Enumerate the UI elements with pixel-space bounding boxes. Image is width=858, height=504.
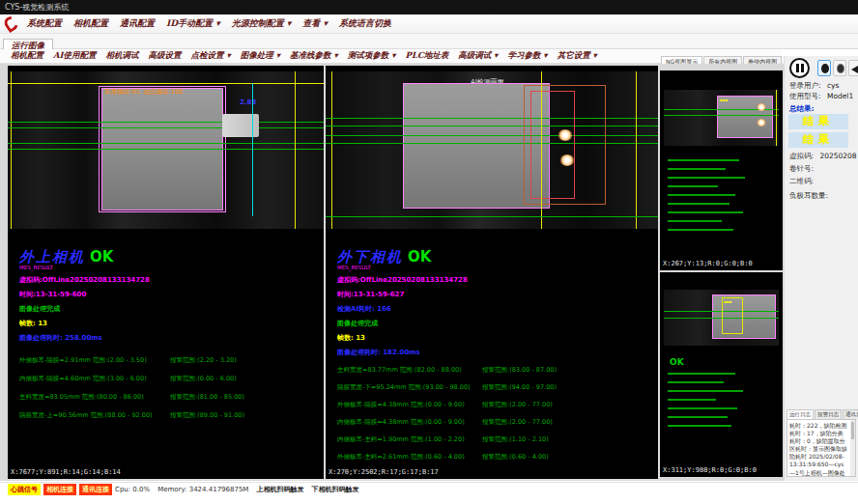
model-value[interactable]: Model1 <box>827 92 853 100</box>
camera-status: OK <box>408 248 431 266</box>
toolbar-item[interactable]: 学习参数 ▾ <box>502 49 552 63</box>
announce-button[interactable] <box>848 60 858 76</box>
ng-top-image[interactable]: ▪▪▪ <box>664 90 779 146</box>
measurement-row: 外侧极耳-隔膜=4.38mm 范围:(0.00 - 9.00) 报警范围:(2.… <box>337 401 637 409</box>
alarm-range: 报警范围:(0.60 - 4.00) <box>482 453 549 462</box>
toolbar-item[interactable]: AI使用配置 <box>48 49 101 63</box>
toolbar-item[interactable]: 高级调试 ▾ <box>453 49 502 63</box>
elapsed-line: 图像处理耗时: 258.00ms <box>19 333 319 343</box>
frames-line: 帧数: 13 <box>337 333 637 343</box>
alarm-range: 报警范围:(1.10 - 2.10) <box>482 435 549 444</box>
virtual-code-value: 20250208 <box>819 152 856 160</box>
log-scrollbar[interactable] <box>850 420 855 476</box>
cursor-coords: X:311;Y:980;R:0;G:0;B:0 <box>663 466 757 474</box>
toolbar-item[interactable]: PLC地址表 <box>401 49 454 63</box>
ng-bottom-image[interactable]: ▪▪▪ <box>664 290 779 346</box>
toolbar-item[interactable]: 测试项参数 ▾ <box>343 49 401 63</box>
tab-connector <box>222 114 259 137</box>
upper-camera-image[interactable]: 灰度阈值:93, 动态阈值:100 2.88 <box>8 71 324 229</box>
reflection-glint <box>757 119 766 126</box>
model-row: 使用型号: Model1 <box>789 92 853 101</box>
alarm-range: 报警范围:(89.00 - 91.00) <box>170 411 244 420</box>
titlebar: CYS-视觉检测系统 <box>0 0 858 14</box>
ai-elapsed-line: 检测AI耗时: 166 <box>337 304 637 314</box>
cpu-usage: Cpu: 0.0% <box>115 486 150 493</box>
tab-alarm-log[interactable]: 报警日志 <box>815 409 842 419</box>
alarm-range: 报警范围:(94.00 - 97.00) <box>482 383 557 392</box>
menu-item[interactable]: 通讯配置 <box>114 15 160 32</box>
menu-item[interactable]: 系统语言切换 <box>333 15 397 32</box>
camera-lens-button[interactable] <box>817 60 831 76</box>
lower-camera-trigger[interactable]: 下相机扫码触发 <box>311 485 358 494</box>
ng-top-view-panel: ▪▪▪ X:267;Y:13;R:0;G:0;B:0 <box>660 70 783 270</box>
alarm-range: 报警范围:(81.00 - 85.00) <box>170 393 244 402</box>
toolbar-item[interactable]: 图像处理 ▾ <box>236 49 285 63</box>
camera-title: 外下相机 <box>337 248 403 266</box>
measurement-row: 外侧极耳-隔膜=2.91mm 范围:(2.00 - 3.50) 报警范围:(2.… <box>19 356 319 365</box>
virtual-code-label: 虚拟码: <box>789 152 814 160</box>
done-line: 图像处理完成 <box>337 319 637 328</box>
camera-status: OK <box>90 248 113 266</box>
alarm-range: 报警范围:(2.00 - 77.00) <box>482 418 553 427</box>
measure-value: 内侧极耳-隔膜=4.60mm 范围:(3.00 - 6.00) <box>19 375 170 383</box>
menu-item[interactable]: 相机配置 <box>68 15 114 32</box>
menu-item[interactable]: 光源控制配置 ▾ <box>226 15 298 32</box>
reflection-glint <box>559 154 575 166</box>
login-user-label: 登录用户: <box>789 81 821 90</box>
pause-button[interactable] <box>789 58 810 78</box>
toolbar-item[interactable]: 高级设置 <box>144 49 186 63</box>
measure-value: 隔膜宽度-上=90.56mm 范围:(88.00 - 92.00) <box>19 411 170 420</box>
camera-connect-badge: 相机连接 <box>43 484 76 495</box>
overlay-line <box>252 83 253 216</box>
toolbar-item[interactable]: 其它设置 ▾ <box>553 49 602 63</box>
menu-item[interactable]: 系统配置 <box>21 15 68 32</box>
lower-camera-image[interactable]: AI检测画面 <box>326 71 658 229</box>
toolbar-item[interactable]: 基准线参数 ▾ <box>285 49 343 63</box>
measurement-row: 内侧极耳-隔膜=4.38mm 范围:(0.00 - 9.00) 报警范围:(2.… <box>337 418 637 427</box>
threshold-label: 灰度阈值:93, 动态阈值:100 <box>104 88 183 97</box>
measure-value: 内侧极耳-主料=1.90mm 范围:(1.00 - 2.20) <box>337 435 482 444</box>
measure-value: 外侧极耳-隔膜=2.91mm 范围:(2.00 - 3.50) <box>19 356 170 365</box>
alarm-range: 报警范围:(2.20 - 3.20) <box>170 356 237 365</box>
app-logo-icon <box>2 14 20 34</box>
overlay-line <box>636 71 637 229</box>
overlay-line <box>776 90 777 146</box>
virtual-code-row: 虚拟码: 20250208 <box>789 152 857 161</box>
alarm-range: 报警范围:(2.00 - 77.00) <box>482 401 553 409</box>
reflection-glint <box>558 129 573 141</box>
overlay-line <box>326 143 658 144</box>
ng-bottom-log-lines <box>668 373 743 434</box>
measure-value: 内侧极耳-隔膜=4.38mm 范围:(0.00 - 9.00) <box>337 418 482 427</box>
record-button[interactable] <box>833 60 846 76</box>
overlay-line <box>664 115 779 116</box>
negative-tab-count-label: 负极耳数量: <box>789 191 828 201</box>
camera-title: 外上相机 <box>19 248 85 266</box>
upper-camera-trigger[interactable]: 上相机扫码触发 <box>256 485 303 494</box>
menu-item[interactable]: 查看 ▾ <box>297 15 333 32</box>
barcode-line: 虚拟码:OffLine20250208133134728 <box>19 275 319 285</box>
speaker-icon <box>851 66 858 73</box>
ng-bottom-view-panel: ▪▪▪ OK X:311;Y:980;R:0;G:0;B:0 <box>660 272 783 477</box>
qr-code-label: 二维码: <box>789 177 814 186</box>
overlay-line <box>295 71 296 229</box>
ng-ok-label: OK <box>670 357 684 367</box>
memory-usage: Memory: 3424.41796875M <box>157 486 248 493</box>
measurement-list: 外侧极耳-隔膜=2.91mm 范围:(2.00 - 3.50) 报警范围:(2.… <box>19 356 319 420</box>
toolbar-item[interactable]: 相机配置 <box>6 49 48 63</box>
window-title: CYS-视觉检测系统 <box>5 3 69 12</box>
log-output[interactable]: 耗时：222，缺陷检测耗时：17，缺陷分类耗时：0，缺陷提取分区耗时：显示图像取… <box>786 419 856 477</box>
toolbar-item[interactable]: 点检设置 ▾ <box>186 49 236 63</box>
tab-comm-log[interactable]: 通讯日志 <box>843 409 858 419</box>
menu-item[interactable]: ID手动配置 ▾ <box>160 15 226 32</box>
tab-run-log[interactable]: 运行日志 <box>786 409 814 419</box>
overlay-line <box>326 135 658 136</box>
frames-line: 帧数: 13 <box>19 319 319 328</box>
alarm-range: 报警范围:(0.00 - 6.00) <box>170 375 237 383</box>
result-box-upper: 结果 <box>788 114 848 129</box>
measure-value: 外侧极耳-隔膜=4.38mm 范围:(0.00 - 9.00) <box>337 401 482 409</box>
measurement-row: 隔膜宽度-上=90.56mm 范围:(88.00 - 92.00) 报警范围:(… <box>19 411 319 420</box>
toolbar-item[interactable]: 相机调试 <box>101 49 144 63</box>
overlay-mini-label: ▪▪▪ <box>724 299 731 304</box>
measurement-row: 内侧极耳-隔膜=4.60mm 范围:(3.00 - 6.00) 报警范围:(0.… <box>19 375 319 383</box>
measure-value: 隔膜宽度-下=95.24mm 范围:(93.00 - 98.00) <box>337 383 482 392</box>
